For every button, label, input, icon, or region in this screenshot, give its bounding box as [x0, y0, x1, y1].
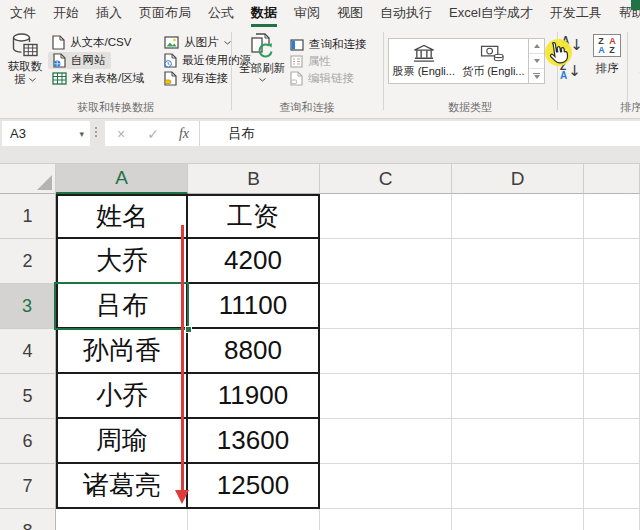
- cell-D8[interactable]: [452, 509, 584, 530]
- from-text-csv-button[interactable]: 从文本/CSV: [52, 34, 131, 51]
- cancel-icon[interactable]: ×: [105, 126, 137, 142]
- row-header-8[interactable]: 8: [0, 509, 56, 530]
- select-all-corner[interactable]: [0, 164, 56, 194]
- from-picture-button[interactable]: 从图片: [164, 34, 231, 51]
- tab-9[interactable]: Excel自学成才: [449, 0, 533, 27]
- cell-B8[interactable]: [188, 509, 320, 530]
- cell-D6[interactable]: [452, 419, 584, 464]
- row-header-7[interactable]: 7: [0, 464, 56, 509]
- from-web-button[interactable]: 自网站: [48, 52, 111, 69]
- cell-D1[interactable]: [452, 194, 584, 239]
- from-text-csv-label: 从文本/CSV: [70, 35, 131, 50]
- cell-D2[interactable]: [452, 239, 584, 284]
- cell-B4[interactable]: 8800: [188, 329, 320, 374]
- row-header-2[interactable]: 2: [0, 239, 56, 284]
- existing-connections-button[interactable]: 现有连接: [164, 70, 228, 87]
- name-box[interactable]: A3 ▾: [2, 121, 90, 146]
- cell-B7[interactable]: 12500: [188, 464, 320, 509]
- currency-data-type-button[interactable]: 货币 (Engli...: [459, 39, 529, 83]
- tab-4[interactable]: 公式: [208, 0, 234, 27]
- properties-button[interactable]: 属性: [290, 53, 331, 70]
- cell-C7[interactable]: [320, 464, 452, 509]
- chevron-down-icon: [259, 78, 266, 82]
- properties-icon: [290, 55, 303, 68]
- cell-C1[interactable]: [320, 194, 452, 239]
- cell-A4[interactable]: 孙尚香: [56, 329, 188, 374]
- select-all-triangle-icon: [37, 175, 52, 190]
- cell-D3[interactable]: [452, 284, 584, 329]
- cell-A7[interactable]: 诸葛亮: [56, 464, 188, 509]
- more-line-icon: [533, 73, 540, 75]
- cell-B2[interactable]: 4200: [188, 239, 320, 284]
- queries-connections-button[interactable]: 查询和连接: [290, 36, 367, 53]
- cell-B5[interactable]: 11900: [188, 374, 320, 419]
- cell-E5[interactable]: [584, 374, 640, 419]
- cell-A1[interactable]: 姓名: [56, 194, 188, 239]
- cell-C6[interactable]: [320, 419, 452, 464]
- cell-B6[interactable]: 13600: [188, 419, 320, 464]
- row-header-5[interactable]: 5: [0, 374, 56, 419]
- cell-B3[interactable]: 11100: [188, 284, 320, 329]
- filter-button[interactable]: 筛选: [631, 35, 640, 83]
- tab-8[interactable]: 自动执行: [380, 0, 432, 27]
- refresh-all-button[interactable]: 全部刷新: [236, 32, 288, 82]
- cell-C3[interactable]: [320, 284, 452, 329]
- tab-7[interactable]: 视图: [337, 0, 363, 27]
- tab-5[interactable]: 数据: [251, 0, 277, 27]
- column-header-C[interactable]: C: [320, 164, 452, 194]
- cell-E6[interactable]: [584, 419, 640, 464]
- cell-C2[interactable]: [320, 239, 452, 284]
- row-header-4[interactable]: 4: [0, 329, 56, 374]
- edit-links-button[interactable]: 编辑链接: [290, 70, 354, 87]
- gallery-more-button[interactable]: [529, 69, 544, 83]
- cell-E7[interactable]: [584, 464, 640, 509]
- tab-6[interactable]: 审阅: [294, 0, 320, 27]
- window-corner-accent: [631, 0, 640, 10]
- text-file-icon: [52, 35, 65, 50]
- cell-E4[interactable]: [584, 329, 640, 374]
- chevron-down-icon: [224, 41, 231, 45]
- stocks-data-type-button[interactable]: 股票 (Engli...: [389, 39, 459, 83]
- column-header-E[interactable]: [584, 164, 640, 194]
- tab-1[interactable]: 开始: [53, 0, 79, 27]
- cell-E3[interactable]: [584, 284, 640, 329]
- sort-dialog-button[interactable]: ZA AZ 排序: [588, 34, 626, 76]
- cell-D7[interactable]: [452, 464, 584, 509]
- fill-handle[interactable]: [185, 326, 192, 333]
- row-header-1[interactable]: 1: [0, 194, 56, 239]
- cell-E2[interactable]: [584, 239, 640, 284]
- cell-A6[interactable]: 周瑜: [56, 419, 188, 464]
- insert-function-icon[interactable]: fx: [169, 126, 199, 142]
- cell-A2[interactable]: 大乔: [56, 239, 188, 284]
- column-header-A[interactable]: A: [56, 164, 188, 194]
- cell-D5[interactable]: [452, 374, 584, 419]
- tab-10[interactable]: 开发工具: [550, 0, 602, 27]
- cell-C5[interactable]: [320, 374, 452, 419]
- cell-C4[interactable]: [320, 329, 452, 374]
- cell-E1[interactable]: [584, 194, 640, 239]
- cell-B1[interactable]: 工资: [188, 194, 320, 239]
- queries-panel-icon: [290, 39, 304, 51]
- from-picture-label: 从图片: [184, 35, 219, 50]
- from-table-range-button[interactable]: 来自表格/区域: [52, 70, 144, 87]
- row-header-3[interactable]: 3: [0, 284, 56, 329]
- gallery-scroll-up-button[interactable]: [529, 39, 544, 54]
- get-data-button[interactable]: 获取数 据: [2, 32, 48, 86]
- column-header-D[interactable]: D: [452, 164, 584, 194]
- enter-icon[interactable]: ✓: [137, 126, 169, 142]
- cell-D4[interactable]: [452, 329, 584, 374]
- cell-C8[interactable]: [320, 509, 452, 530]
- gallery-scroll-down-button[interactable]: [529, 54, 544, 69]
- tab-3[interactable]: 页面布局: [139, 0, 191, 27]
- row-header-6[interactable]: 6: [0, 419, 56, 464]
- formula-input[interactable]: 吕布: [200, 125, 255, 143]
- column-header-B[interactable]: B: [188, 164, 320, 194]
- formula-bar-resizer[interactable]: [95, 127, 97, 137]
- cell-E8[interactable]: [584, 509, 640, 530]
- name-box-dropdown-icon[interactable]: ▾: [79, 129, 84, 139]
- tab-2[interactable]: 插入: [96, 0, 122, 27]
- database-table-icon: [11, 32, 39, 60]
- cell-A5[interactable]: 小乔: [56, 374, 188, 419]
- cell-A8[interactable]: [56, 509, 188, 530]
- tab-0[interactable]: 文件: [10, 0, 36, 27]
